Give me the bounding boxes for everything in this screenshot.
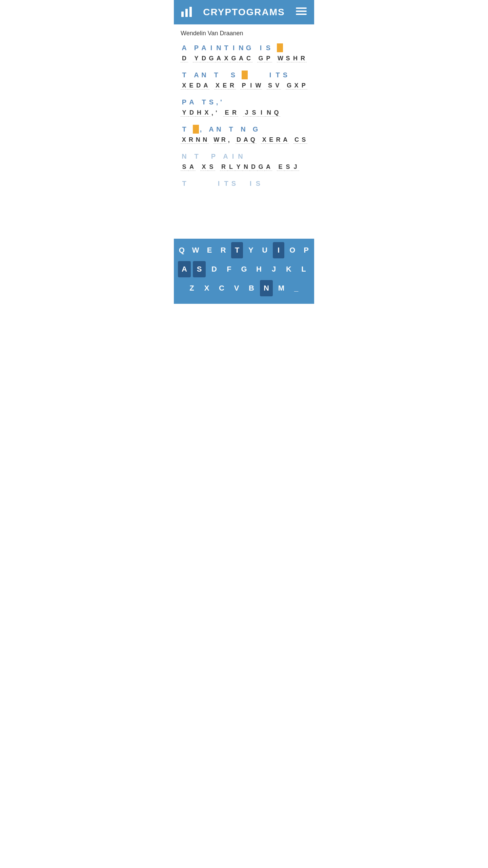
key-R[interactable]: R: [217, 242, 229, 258]
key-W[interactable]: W: [190, 242, 202, 258]
key-Y[interactable]: Y: [245, 242, 257, 258]
key-H[interactable]: H: [252, 261, 265, 277]
menu-icon[interactable]: [295, 5, 307, 20]
key-I[interactable]: I: [273, 242, 285, 258]
encoded-char: R: [220, 163, 227, 171]
key-C[interactable]: C: [215, 280, 228, 296]
key-S[interactable]: S: [193, 261, 206, 277]
encoded-char: G: [230, 55, 238, 62]
decoded-char: S: [208, 98, 215, 106]
encoded-char: D: [195, 82, 202, 90]
key-O[interactable]: O: [286, 242, 298, 258]
encoded-char: C: [245, 55, 252, 62]
encoded-char: D: [200, 55, 208, 62]
puzzle-line-1: A P A I N T I N G I S D Y D G A X G A C: [181, 42, 307, 64]
key-underscore[interactable]: _: [290, 280, 303, 296]
highlighted-char[interactable]: [242, 71, 248, 79]
key-J[interactable]: J: [267, 261, 280, 277]
key-B[interactable]: B: [245, 280, 258, 296]
key-P[interactable]: P: [300, 242, 312, 258]
key-Q[interactable]: Q: [176, 242, 188, 258]
encoded-char: R: [299, 55, 307, 62]
decoded-char: T: [212, 71, 220, 79]
key-E[interactable]: E: [204, 242, 216, 258]
decoded-char: S: [265, 44, 272, 52]
key-X[interactable]: X: [200, 280, 213, 296]
decoded-char: G: [245, 44, 252, 52]
key-U[interactable]: U: [259, 242, 271, 258]
key-M[interactable]: M: [275, 280, 288, 296]
decoded-char: N: [237, 153, 244, 160]
decoded-char: T: [181, 125, 188, 133]
encoded-char: Y: [181, 109, 188, 117]
decoded-char: S: [229, 71, 237, 79]
stats-icon[interactable]: [181, 5, 193, 19]
encoded-char: X: [181, 136, 188, 144]
encoded-char: X: [203, 109, 210, 117]
encoded-char: C: [293, 136, 301, 144]
keyboard-row-3: Z X C V B N M _: [176, 280, 312, 296]
encoded-char: H: [292, 55, 299, 62]
key-T[interactable]: T: [231, 242, 243, 258]
encoded-char: G: [257, 55, 265, 62]
keyboard-row-1: Q W E R T Y U I O P: [176, 242, 312, 258]
encoded-char: D: [250, 163, 257, 171]
key-V[interactable]: V: [230, 280, 243, 296]
encoded-char: G: [208, 55, 215, 62]
encoded-char: S: [284, 163, 292, 171]
encoded-char: G: [286, 82, 293, 90]
key-A[interactable]: A: [178, 261, 191, 277]
keyboard-row-2: A S D F G H J K L: [176, 261, 312, 277]
encoded-char: S: [300, 136, 307, 144]
decoded-char: A: [200, 44, 208, 52]
key-F[interactable]: F: [223, 261, 236, 277]
encoded-char: S: [181, 163, 188, 171]
svg-rect-5: [296, 14, 307, 15]
decoded-char: T: [227, 125, 235, 133]
decoded-char: T: [223, 180, 230, 188]
author-name: Wendelin Van Draanen: [181, 30, 307, 37]
decoded-char: S: [255, 180, 262, 188]
encoded-char: P: [265, 55, 272, 62]
decoded-char: N: [181, 153, 188, 160]
puzzle-line-6: T I T S I S: [181, 178, 307, 189]
decoded-char: ': [219, 98, 223, 106]
decoded-char: A: [181, 44, 188, 52]
decoded-row-2: T A N T S I T S: [181, 70, 307, 80]
app-header: Cryptograms: [174, 0, 314, 24]
puzzle-content: Wendelin Van Draanen A P A I N T I N G I…: [174, 24, 314, 239]
app-title: Cryptograms: [203, 7, 285, 18]
decoded-char: I: [229, 153, 237, 160]
decoded-row-1: A P A I N T I N G I S: [181, 42, 307, 53]
decoded-char: S: [282, 71, 289, 79]
encoded-char: S: [284, 55, 292, 62]
encoded-char: A: [242, 136, 249, 144]
encoded-row-2: X E D A X E R P I W S V G X P: [181, 80, 307, 91]
key-Z[interactable]: Z: [185, 280, 198, 296]
svg-rect-4: [296, 11, 307, 12]
key-D[interactable]: D: [208, 261, 221, 277]
encoded-char: R: [188, 136, 195, 144]
key-G[interactable]: G: [238, 261, 250, 277]
encoded-char: Y: [235, 163, 242, 171]
encoded-char: A: [188, 163, 196, 171]
highlighted-char[interactable]: [277, 43, 283, 52]
encoded-char: X: [214, 82, 221, 90]
encoded-char: E: [277, 163, 284, 171]
key-N[interactable]: N: [260, 280, 273, 296]
decoded-char: N: [200, 71, 208, 79]
svg-rect-0: [181, 12, 184, 17]
encoded-char: L: [227, 163, 235, 171]
key-L[interactable]: L: [297, 261, 310, 277]
encoded-char: A: [202, 82, 209, 90]
key-K[interactable]: K: [282, 261, 295, 277]
encoded-char: Q: [273, 109, 280, 117]
encoded-char: W: [277, 55, 284, 62]
encoded-char: W: [255, 82, 262, 90]
highlighted-char[interactable]: [193, 125, 199, 134]
encoded-char: P: [240, 82, 247, 90]
encoded-char: N: [195, 136, 202, 144]
encoded-char: X: [200, 163, 208, 171]
decoded-char: A: [193, 71, 200, 79]
svg-rect-3: [296, 7, 307, 9]
